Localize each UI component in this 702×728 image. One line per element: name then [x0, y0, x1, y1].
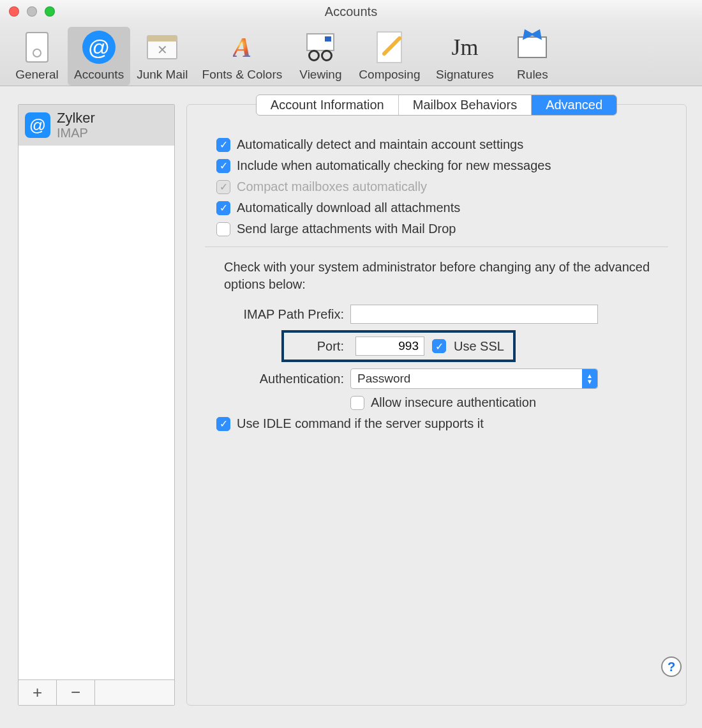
- tab-account-information[interactable]: Account Information: [257, 95, 399, 115]
- toolbar-label: Junk Mail: [137, 68, 188, 82]
- add-account-button[interactable]: +: [19, 680, 57, 705]
- sidebar-empty-area: [19, 146, 174, 679]
- authentication-select[interactable]: Password ▲▼: [350, 368, 598, 389]
- imap-prefix-label: IMAP Path Prefix:: [205, 307, 350, 322]
- compact-label: Compact mailboxes automatically: [237, 179, 427, 194]
- imap-prefix-row: IMAP Path Prefix:: [205, 305, 668, 324]
- sidebar-footer-spacer: [95, 680, 174, 705]
- toolbar-composing[interactable]: Composing: [351, 27, 428, 86]
- authentication-row: Authentication: Password ▲▼: [205, 368, 668, 389]
- toolbar-label: Composing: [359, 68, 420, 82]
- use-ssl-checkbox[interactable]: ✓: [432, 339, 446, 353]
- toolbar-label: Accounts: [74, 68, 124, 82]
- settings-panel: Account Information Mailbox Behaviors Ad…: [186, 104, 687, 706]
- sidebar-footer: + −: [19, 679, 174, 705]
- toolbar-junk-mail[interactable]: Junk Mail: [130, 27, 194, 86]
- toolbar-rules[interactable]: Rules: [502, 27, 563, 86]
- imap-prefix-input[interactable]: [350, 305, 598, 324]
- toolbar-fonts-colors[interactable]: A Fonts & Colors: [194, 27, 290, 86]
- auto-detect-checkbox[interactable]: ✓: [216, 138, 230, 152]
- viewing-icon: [302, 33, 338, 61]
- toolbar-signatures[interactable]: Jm Signatures: [428, 27, 502, 86]
- pencil-icon: [377, 31, 402, 63]
- toolbar-label: Rules: [517, 68, 548, 82]
- use-ssl-label: Use SSL: [454, 339, 504, 354]
- allow-insecure-checkbox[interactable]: [350, 396, 364, 410]
- settings-tabs: Account Information Mailbox Behaviors Ad…: [256, 95, 617, 116]
- junk-icon: [147, 35, 177, 59]
- auto-download-label: Automatically download all attachments: [237, 201, 460, 215]
- account-name: Zylker: [57, 110, 95, 126]
- use-idle-checkbox[interactable]: ✓: [216, 417, 230, 431]
- toolbar-label: Fonts & Colors: [202, 68, 283, 82]
- include-check-label: Include when automatically checking for …: [237, 158, 551, 173]
- toolbar-accounts[interactable]: @ Accounts: [68, 27, 130, 86]
- auto-download-checkbox[interactable]: ✓: [216, 201, 230, 215]
- signature-icon: Jm: [451, 34, 478, 61]
- account-row[interactable]: @ Zylker IMAP: [19, 105, 174, 146]
- toolbar-label: Signatures: [436, 68, 494, 82]
- auto-detect-label: Automatically detect and maintain accoun…: [237, 137, 523, 152]
- toolbar-label: General: [15, 68, 59, 82]
- rules-icon: [518, 36, 547, 58]
- use-idle-label: Use IDLE command if the server supports …: [237, 416, 484, 431]
- advanced-note: Check with your system administrator bef…: [224, 259, 655, 293]
- include-check-checkbox[interactable]: ✓: [216, 159, 230, 173]
- mail-drop-checkbox[interactable]: [216, 222, 230, 236]
- divider: [205, 246, 668, 247]
- help-button[interactable]: ?: [661, 656, 682, 677]
- preferences-toolbar: General @ Accounts Junk Mail A Fonts & C…: [0, 23, 702, 86]
- compact-checkbox: ✓: [216, 180, 230, 194]
- at-icon: @: [82, 31, 116, 64]
- window-title: Accounts: [0, 4, 702, 19]
- chevron-updown-icon: ▲▼: [582, 369, 597, 388]
- mail-drop-label: Send large attachments with Mail Drop: [237, 222, 456, 236]
- tab-advanced[interactable]: Advanced: [532, 95, 616, 115]
- authentication-value: Password: [357, 372, 410, 386]
- port-label: Port:: [288, 339, 348, 354]
- accounts-sidebar: @ Zylker IMAP + −: [18, 104, 175, 706]
- toolbar-general[interactable]: General: [6, 27, 68, 86]
- account-type: IMAP: [57, 126, 95, 140]
- allow-insecure-label: Allow insecure authentication: [371, 395, 536, 410]
- toolbar-label: Viewing: [299, 68, 341, 82]
- tab-mailbox-behaviors[interactable]: Mailbox Behaviors: [399, 95, 532, 115]
- authentication-label: Authentication:: [205, 372, 350, 386]
- remove-account-button[interactable]: −: [57, 680, 95, 705]
- port-highlight-box: Port: ✓ Use SSL: [281, 330, 516, 362]
- switch-icon: [26, 32, 49, 63]
- at-icon: @: [25, 112, 50, 138]
- port-input[interactable]: [355, 337, 424, 356]
- titlebar: Accounts: [0, 0, 702, 23]
- fonts-icon: A: [233, 31, 251, 64]
- toolbar-viewing[interactable]: Viewing: [290, 27, 351, 86]
